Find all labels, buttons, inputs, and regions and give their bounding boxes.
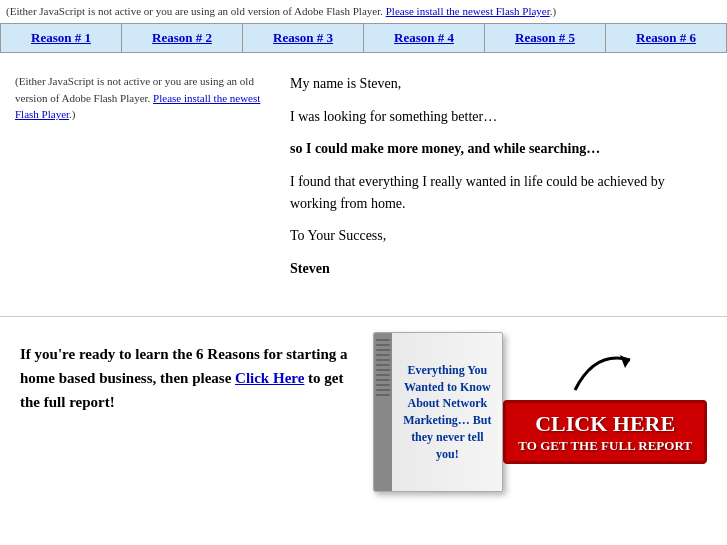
spine-line-3 bbox=[376, 349, 390, 351]
main-content: (Either JavaScript is not active or you … bbox=[0, 53, 727, 316]
spine-line-10 bbox=[376, 384, 390, 386]
flash-notice-link-top[interactable]: Please install the newest Flash Player bbox=[386, 5, 550, 17]
tabs-bar: Reason # 1 Reason # 2 Reason # 3 Reason … bbox=[0, 23, 727, 53]
book-cover: Everything You Wanted to Know About Netw… bbox=[373, 332, 503, 492]
content-line1: My name is Steven, bbox=[290, 73, 707, 95]
svg-marker-0 bbox=[620, 355, 630, 368]
spine-line-12 bbox=[376, 394, 390, 396]
left-flash-text-after: .) bbox=[69, 108, 75, 120]
spine-line-9 bbox=[376, 379, 390, 381]
tab-reason-6[interactable]: Reason # 6 bbox=[606, 24, 726, 52]
spine-line-6 bbox=[376, 364, 390, 366]
arrow-icon bbox=[565, 340, 645, 400]
book-spine bbox=[374, 333, 392, 491]
spine-line-1 bbox=[376, 339, 390, 341]
bottom-section: If you're ready to learn the 6 Reasons f… bbox=[0, 317, 727, 507]
button-main-text: CLICK HERE bbox=[518, 411, 692, 437]
flash-notice-text-before: (Either JavaScript is not active or you … bbox=[6, 5, 386, 17]
tab-reason-4[interactable]: Reason # 4 bbox=[364, 24, 485, 52]
click-here-button[interactable]: CLICK HERE TO GET THE FULL REPORT bbox=[503, 400, 707, 464]
flash-notice-top: (Either JavaScript is not active or you … bbox=[0, 0, 727, 23]
spine-line-5 bbox=[376, 359, 390, 361]
spine-line-2 bbox=[376, 344, 390, 346]
tab-reason-1[interactable]: Reason # 1 bbox=[1, 24, 122, 52]
cta-text-block: If you're ready to learn the 6 Reasons f… bbox=[20, 332, 353, 414]
spine-line-8 bbox=[376, 374, 390, 376]
content-line5: To Your Success, bbox=[290, 225, 707, 247]
tab-reason-5[interactable]: Reason # 5 bbox=[485, 24, 606, 52]
book-click-area: Everything You Wanted to Know About Netw… bbox=[373, 332, 707, 492]
flash-notice-text-after: .) bbox=[550, 5, 556, 17]
spine-line-7 bbox=[376, 369, 390, 371]
tab-reason-3[interactable]: Reason # 3 bbox=[243, 24, 364, 52]
spine-line-4 bbox=[376, 354, 390, 356]
button-sub-text: TO GET THE FULL REPORT bbox=[518, 438, 692, 454]
left-column: (Either JavaScript is not active or you … bbox=[0, 63, 280, 306]
content-line2: I was looking for something better… bbox=[290, 106, 707, 128]
content-line4: I found that everything I really wanted … bbox=[290, 171, 707, 216]
arrow-button-area: CLICK HERE TO GET THE FULL REPORT bbox=[503, 360, 707, 464]
spine-line-11 bbox=[376, 389, 390, 391]
tab-reason-2[interactable]: Reason # 2 bbox=[122, 24, 243, 52]
book-title-text: Everything You Wanted to Know About Netw… bbox=[402, 362, 492, 463]
right-column: My name is Steven, I was looking for som… bbox=[280, 63, 727, 306]
content-line3: so I could make more money, and while se… bbox=[290, 138, 707, 160]
cta-click-here-link[interactable]: Click Here bbox=[235, 370, 304, 386]
content-block: My name is Steven, I was looking for som… bbox=[290, 73, 707, 280]
content-line6: Steven bbox=[290, 258, 707, 280]
